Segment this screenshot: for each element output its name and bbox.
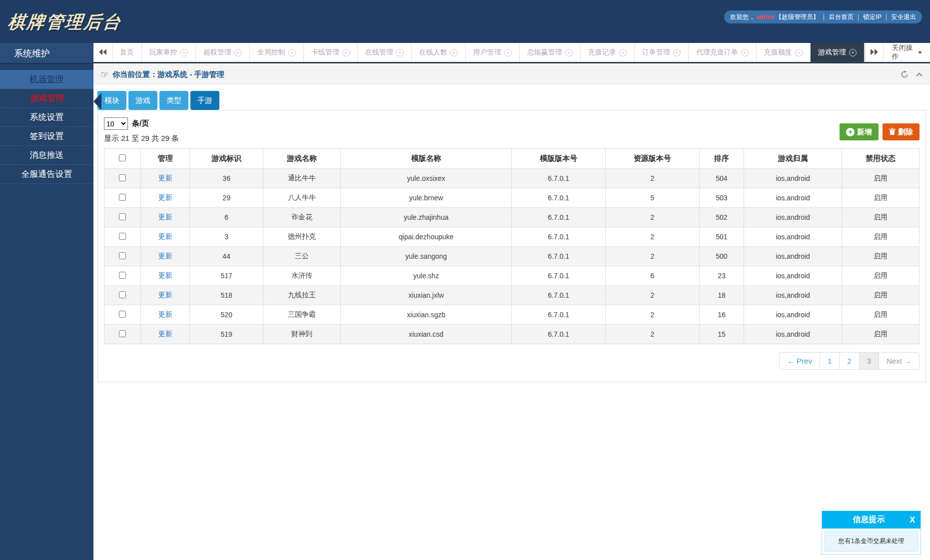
- row-checkbox[interactable]: [119, 291, 126, 298]
- sidebar-item[interactable]: 游戏管理: [0, 89, 93, 108]
- update-link[interactable]: 更新: [158, 330, 172, 338]
- close-operations-label: 关闭操作: [892, 43, 915, 61]
- tab-close-icon[interactable]: ×: [234, 49, 242, 56]
- subtab-button[interactable]: 类型: [159, 91, 188, 110]
- next-button[interactable]: Next →: [879, 353, 919, 369]
- tab-item[interactable]: 充值记录 ×: [581, 43, 635, 62]
- cell-sort: 15: [699, 325, 744, 344]
- page-number[interactable]: 3: [859, 353, 879, 369]
- tab-item[interactable]: 充值额度 ×: [757, 43, 811, 62]
- subtab-button[interactable]: 手游: [190, 91, 219, 110]
- tab-item[interactable]: 在线管理 ×: [358, 43, 412, 62]
- cell-game-id: 519: [190, 325, 263, 344]
- collapse-up-icon[interactable]: [916, 71, 923, 77]
- cell-platform: ios,android: [744, 286, 842, 305]
- notification-title: 信息提示: [828, 515, 910, 525]
- scroll-tabs-left-button[interactable]: [93, 43, 112, 62]
- tab-close-icon[interactable]: ×: [795, 49, 803, 56]
- sidebar-item[interactable]: 全服通告设置: [0, 165, 93, 184]
- sidebar-section-title[interactable]: 系统维护: [0, 43, 93, 64]
- page-number[interactable]: 1: [820, 353, 839, 369]
- update-link[interactable]: 更新: [158, 174, 172, 182]
- update-link[interactable]: 更新: [158, 271, 172, 279]
- tab-item[interactable]: 游戏管理 ×: [811, 43, 865, 62]
- cell-sort: 502: [699, 208, 744, 227]
- tab-close-icon[interactable]: ×: [565, 49, 573, 56]
- update-link[interactable]: 更新: [158, 193, 172, 201]
- update-link[interactable]: 更新: [158, 310, 172, 318]
- subtab-button[interactable]: 游戏: [128, 91, 157, 110]
- sidebar-item-label: 全服通告设置: [21, 169, 72, 179]
- user-role: 【超级管理员】: [776, 13, 820, 21]
- subtab-button[interactable]: 模块: [97, 91, 126, 110]
- row-checkbox[interactable]: [119, 194, 126, 201]
- close-icon[interactable]: X: [910, 516, 915, 525]
- column-header: 管理: [141, 149, 190, 169]
- page-size-select[interactable]: 10: [104, 117, 128, 130]
- tab-close-icon[interactable]: ×: [288, 49, 296, 56]
- column-header: 资源版本号: [606, 149, 700, 169]
- sidebar-item-label: 游戏管理: [30, 93, 64, 103]
- lock-ip-link[interactable]: 锁定IP: [863, 13, 882, 21]
- tab-close-icon[interactable]: ×: [180, 49, 188, 56]
- sidebar-item-label: 签到设置: [30, 131, 64, 141]
- tab-item[interactable]: 用户管理 ×: [466, 43, 520, 62]
- table-row: 更新 3 德州扑克 qipai.dezhoupuke 6.7.0.1 2 501…: [104, 227, 920, 247]
- tab-label: 在线人数: [419, 48, 447, 57]
- tab-close-icon[interactable]: ×: [504, 49, 512, 56]
- row-checkbox[interactable]: [119, 252, 126, 259]
- tab-close-icon[interactable]: ×: [450, 49, 458, 56]
- home-link[interactable]: 后台首页: [829, 13, 854, 21]
- select-all-checkbox[interactable]: [119, 154, 126, 161]
- tab-item[interactable]: 卡线管理 ×: [304, 43, 358, 62]
- tab-item[interactable]: 订单管理 ×: [635, 43, 689, 62]
- tab-label: 卡线管理: [311, 48, 339, 57]
- user-bar: 欢迎您，admin【超级管理员】 后台首页 锁定IP 安全退出: [724, 10, 922, 23]
- cell-game-name: 三公: [263, 247, 341, 266]
- add-button[interactable]: + 新增: [840, 123, 879, 140]
- tab-item[interactable]: 代理充值订单 ×: [689, 43, 757, 62]
- tab-close-icon[interactable]: ×: [396, 49, 404, 56]
- sidebar-item[interactable]: 签到设置: [0, 127, 93, 146]
- tab-close-icon[interactable]: ×: [342, 49, 350, 56]
- tab-item[interactable]: 首页: [112, 43, 142, 62]
- row-checkbox[interactable]: [119, 233, 126, 240]
- update-link[interactable]: 更新: [158, 252, 172, 260]
- row-checkbox[interactable]: [119, 311, 126, 318]
- tab-close-icon[interactable]: ×: [673, 49, 681, 56]
- update-link[interactable]: 更新: [158, 291, 172, 299]
- tab-label: 全局控制: [257, 48, 285, 57]
- page-number[interactable]: 2: [839, 353, 859, 369]
- cell-sort: 504: [699, 169, 744, 188]
- row-checkbox[interactable]: [119, 213, 126, 220]
- close-operations-menu[interactable]: 关闭操作: [884, 43, 930, 62]
- delete-button[interactable]: 删除: [883, 123, 920, 140]
- row-checkbox[interactable]: [119, 330, 126, 337]
- tab-label: 超权管理: [203, 48, 231, 57]
- tab-item[interactable]: 在线人数 ×: [412, 43, 466, 62]
- sidebar-item[interactable]: 系统设置: [0, 108, 93, 127]
- tab-item[interactable]: 玩家单控 ×: [142, 43, 196, 62]
- sidebar-item[interactable]: 消息推送: [0, 146, 93, 165]
- table-row: 更新 517 水浒传 yule.shz 6.7.0.1 6 23 ios,and…: [104, 266, 920, 286]
- logout-link[interactable]: 安全退出: [891, 13, 916, 21]
- subtab-row: 模块游戏类型手游: [97, 91, 930, 110]
- sidebar-item[interactable]: 机器管理: [0, 70, 93, 89]
- refresh-icon[interactable]: [901, 70, 909, 78]
- update-link[interactable]: 更新: [158, 232, 172, 240]
- tab-close-icon[interactable]: ×: [619, 49, 627, 56]
- row-checkbox[interactable]: [119, 272, 126, 279]
- prev-button[interactable]: ← Prev: [780, 353, 820, 369]
- tab-item[interactable]: 超权管理 ×: [196, 43, 250, 62]
- update-link[interactable]: 更新: [158, 213, 172, 221]
- tab-close-icon[interactable]: ×: [849, 49, 857, 56]
- row-checkbox[interactable]: [119, 174, 126, 181]
- notification-message: 您有1条金币交易未处理: [825, 531, 918, 552]
- scroll-tabs-right-button[interactable]: [865, 43, 884, 62]
- cell-sort: 500: [699, 247, 744, 266]
- active-menu-notch: [93, 93, 101, 110]
- tab-item[interactable]: 全局控制 ×: [250, 43, 304, 62]
- tab-close-icon[interactable]: ×: [741, 49, 749, 56]
- cell-game-id: 518: [190, 286, 263, 305]
- tab-item[interactable]: 总输赢管理 ×: [520, 43, 581, 62]
